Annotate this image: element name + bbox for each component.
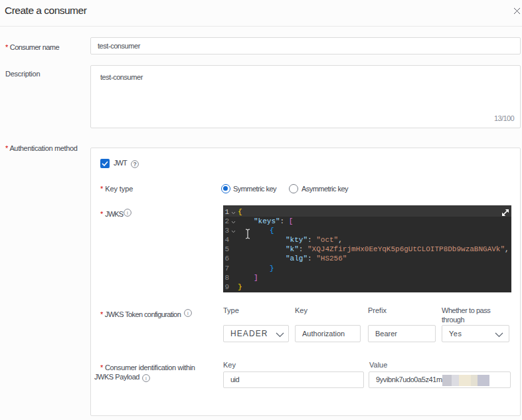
svg-text:i: i (127, 210, 128, 216)
svg-text:i: i (187, 310, 189, 316)
svg-text:i: i (145, 375, 147, 381)
svg-text:?: ? (133, 161, 136, 167)
